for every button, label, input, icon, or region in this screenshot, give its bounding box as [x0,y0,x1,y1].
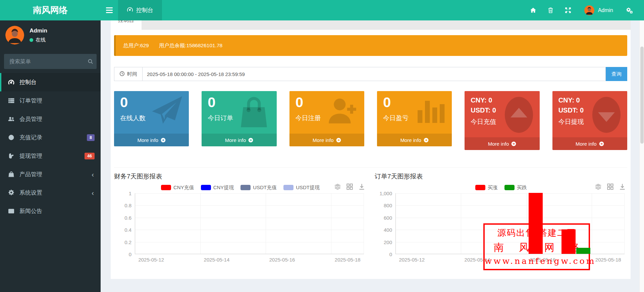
more-info-link[interactable]: More info [377,134,452,146]
sidebar-item-label: 系统设置 [19,189,42,197]
sidebar-item-产品管理[interactable]: 产品管理‹ [0,165,101,184]
sidebar-item-控制台[interactable]: 控制台 [0,73,101,91]
arrow-circle-icon [248,138,253,143]
search-input[interactable] [4,54,84,69]
user-name: Admin [598,7,613,13]
stack-view-icon[interactable] [595,183,602,192]
chart-plot: 10.80.60.40.20 [135,193,364,254]
sidebar-item-会员管理[interactable]: 会员管理 [0,110,101,128]
brand-logo[interactable]: 南风网络 [0,0,101,20]
total-balance: 用户总余额:1586826101.78 [159,42,223,49]
query-button[interactable]: 查询 [606,67,627,81]
time-filter-label: 时间 [114,67,143,81]
y-tick-label: 600 [384,215,392,220]
y-tick-label: 0 [129,251,131,257]
search-icon[interactable] [84,54,97,69]
watermark-line3: www.nanfengw.com [485,256,589,266]
list-ordered-icon [8,97,19,104]
more-info-link[interactable]: More info [465,137,539,150]
sidebar-item-label: 新闻公告 [19,207,42,215]
arrow-circle-icon [511,141,516,146]
more-info-link[interactable]: More info [114,134,189,146]
navbar: 控制台 Admin [101,0,644,20]
info-box-今日注册: 0今日注册More info [289,91,364,146]
chevron-left-icon: ‹ [92,190,94,196]
sidebar-user-name: Admin [30,27,47,34]
nav-item-console[interactable]: 控制台 [118,0,162,20]
more-info-link[interactable]: More info [552,137,627,150]
more-info-link[interactable]: More info [289,134,364,146]
legend-item[interactable]: CNY充值 [161,185,194,191]
avatar [5,26,24,45]
trash-icon[interactable] [542,0,559,20]
expand-icon[interactable] [559,0,577,20]
info-box-在线人数: 0在线人数More info [114,91,189,146]
home-icon[interactable] [525,0,542,20]
date-range-input[interactable] [143,67,606,81]
sidebar-item-充值记录[interactable]: 充值记录8 [0,128,101,147]
dashboard-icon [8,79,19,85]
tab-console[interactable]: 控制台 [111,20,142,30]
dashboard-icon [127,6,133,14]
y-tick-label: 0.4 [124,227,131,233]
content-panel: 总用户:629 用户总余额:1586826101.78 时间 查询 0在线人数M… [111,30,631,279]
x-tick-label: 2025-05-14 [204,257,230,263]
sidebar-item-label: 提现管理 [19,152,42,160]
y-tick-label: 0.6 [124,215,131,220]
arrow-circle-icon [424,138,429,143]
sidebar-item-系统设置[interactable]: 系统设置‹ [0,184,101,202]
caret-down-icon [591,95,622,135]
charts-section: 财务7天图形报表CNY充值CNY提现USDT充值USDT提现10.80.60.4… [114,167,627,264]
x-axis-labels: 2025-05-122025-05-142025-05-162025-05-18 [135,254,364,264]
user-menu[interactable]: Admin [577,0,621,20]
stack-view-icon[interactable] [334,183,341,192]
bar-买涨[interactable] [561,229,576,254]
avatar [584,5,594,15]
chart-legend: 买涨买跌 [375,182,627,193]
scrollbar-track[interactable] [639,20,644,292]
cogs-icon[interactable] [621,0,638,20]
sidebar-search [4,54,97,69]
finance-chart: 财务7天图形报表CNY充值CNY提现USDT充值USDT提现10.80.60.4… [114,171,367,264]
restore-view-icon[interactable] [346,183,353,192]
main-content: 控制台 总用户:629 用户总余额:1586826101.78 时间 查询 0在… [101,20,639,292]
hamburger-icon[interactable] [101,0,118,20]
restore-view-icon[interactable] [607,183,614,192]
y-tick-label: 0.2 [124,239,131,245]
sidebar-user-status: 在线 [30,37,47,43]
caret-up-icon [503,95,534,135]
shopping-bag-icon [8,171,19,177]
y-tick-label: 0 [389,251,392,257]
sidebar-item-新闻公告[interactable]: 新闻公告 [0,202,101,220]
legend-item[interactable]: 买跌 [504,185,527,191]
sidebar-item-label: 会员管理 [19,115,42,123]
sidebar-item-label: 充值记录 [19,134,42,141]
paper-plane-icon [150,95,183,126]
hand-down-icon [8,153,19,159]
bar-买跌[interactable] [576,248,590,254]
more-info-link[interactable]: More info [202,134,276,146]
legend-item[interactable]: 买涨 [475,185,498,191]
chevron-left-icon: ‹ [92,171,94,178]
chart-title: 订单7天图形报表 [375,171,627,182]
total-users: 总用户:629 [123,42,149,49]
count-badge: 8 [87,134,95,141]
x-tick-label: 2025-05-18 [595,257,621,263]
legend-item[interactable]: USDT提现 [283,185,320,191]
download-chart-icon[interactable] [358,183,365,192]
top-header: 南风网络 控制台 Admin [0,0,644,20]
sidebar-item-提现管理[interactable]: 提现管理46 [0,147,101,165]
y-tick-label: 1 [129,191,131,196]
y-tick-label: 800 [384,203,392,208]
arrow-circle-icon [161,138,166,143]
legend-item[interactable]: CNY提现 [201,185,234,191]
download-chart-icon[interactable] [619,183,626,192]
chart-legend: CNY充值CNY提现USDT充值USDT提现 [114,182,367,193]
scrollbar-thumb[interactable] [640,47,644,144]
sidebar-item-订单管理[interactable]: 订单管理 [0,91,101,110]
user-plus-icon [326,95,359,125]
legend-item[interactable]: USDT充值 [240,185,277,191]
y-tick-label: 0.8 [124,203,131,208]
bar-chart-icon [414,95,446,124]
bar-买涨[interactable] [529,193,543,254]
